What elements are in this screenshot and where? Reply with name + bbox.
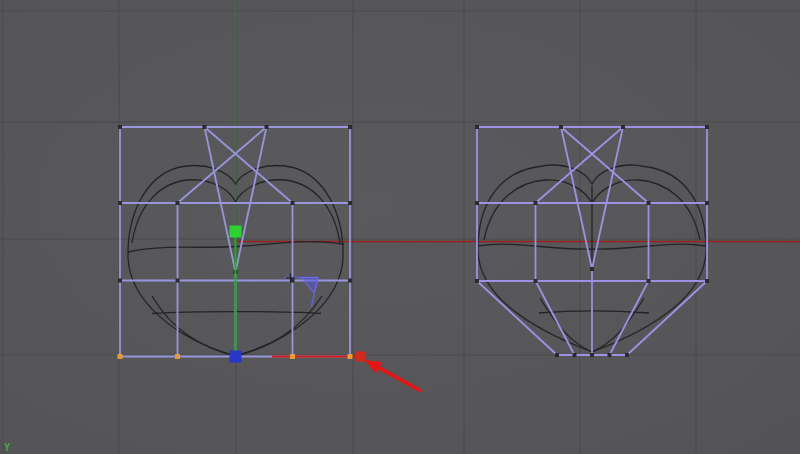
cage-vertex-dot[interactable] (590, 353, 594, 357)
lattice-point[interactable] (118, 354, 123, 359)
cage-star-edge (561, 127, 592, 269)
cage-star-edge (592, 127, 623, 269)
move-cursor (285, 274, 319, 307)
cage-vertex-dot[interactable] (625, 353, 629, 357)
lattice-point[interactable] (348, 354, 353, 359)
cage-vertex-dot[interactable] (348, 201, 352, 205)
3d-viewport-canvas[interactable]: Y (0, 0, 800, 454)
cage-vertex-dot[interactable] (590, 267, 594, 271)
annotation-arrow (366, 361, 422, 392)
cage-vertex-dot[interactable] (475, 125, 479, 129)
cage-vertex-dot[interactable] (573, 353, 577, 357)
cage-taper-edge (627, 281, 707, 355)
arrow-shaft (379, 368, 421, 391)
cage-vertex-dot[interactable] (348, 125, 352, 129)
cage-vertex-dot[interactable] (621, 125, 625, 129)
axis-label-y: Y (4, 441, 10, 454)
cage-vertex-dot[interactable] (534, 279, 538, 283)
cage-vertex-dot[interactable] (705, 279, 709, 283)
cage-vertex-dot[interactable] (705, 125, 709, 129)
cage-vertex-dot[interactable] (118, 279, 122, 283)
origin-handle-square[interactable] (230, 351, 242, 363)
cage-taper-edge (610, 281, 649, 355)
cage-taper-edge (477, 281, 557, 355)
cage-vertex-dot[interactable] (203, 125, 207, 129)
cage-vertex-dot[interactable] (348, 279, 352, 283)
cage-vertex-dot[interactable] (291, 201, 295, 205)
world-axes (236, 0, 800, 242)
cage-vertex-dot[interactable] (176, 279, 180, 283)
lattice-point[interactable] (175, 354, 180, 359)
y-axis-handle-square[interactable] (230, 226, 242, 238)
lattice-point[interactable] (290, 354, 295, 359)
cage-vertex-dot[interactable] (555, 353, 559, 357)
cage-vertex-dot[interactable] (647, 279, 651, 283)
cage-vertex-dot[interactable] (559, 125, 563, 129)
cage-vertex-dot[interactable] (534, 201, 538, 205)
cage-vertex-dot[interactable] (118, 125, 122, 129)
cage-vertex-dot[interactable] (647, 201, 651, 205)
cage-vertex-dot[interactable] (705, 201, 709, 205)
cage-vertex-dot[interactable] (475, 279, 479, 283)
cage-taper-edge (536, 281, 575, 355)
viewport-scene (0, 0, 800, 454)
arrow-head (366, 361, 382, 373)
cage-vertex-dot[interactable] (475, 201, 479, 205)
cage-vertex-dot[interactable] (118, 201, 122, 205)
cage-vertex-dot[interactable] (265, 125, 269, 129)
cage-vertex-dot[interactable] (608, 353, 612, 357)
cage-vertex-dot[interactable] (176, 201, 180, 205)
